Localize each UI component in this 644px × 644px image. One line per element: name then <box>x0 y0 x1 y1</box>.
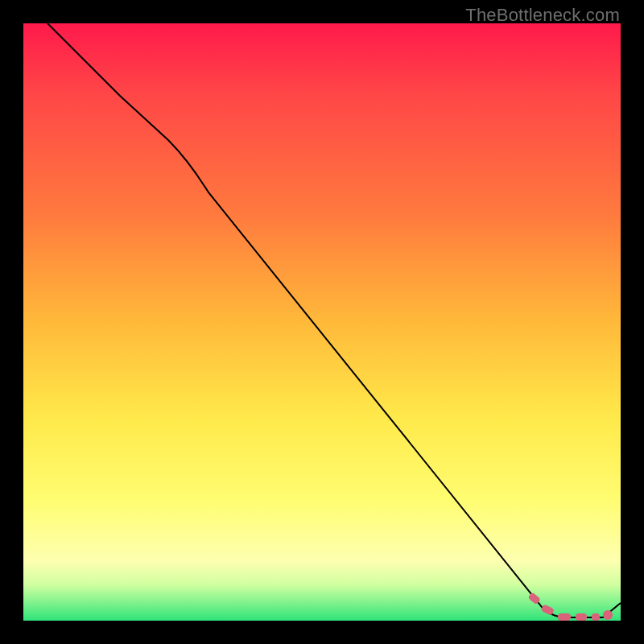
highlight-end-dot <box>603 610 613 620</box>
bottleneck-curve <box>47 23 621 617</box>
chart-frame: TheBottleneck.com <box>0 0 644 644</box>
highlight-dash <box>576 613 587 621</box>
chart-svg <box>23 23 621 621</box>
highlight-dash <box>558 613 571 621</box>
highlight-dash <box>592 613 600 621</box>
